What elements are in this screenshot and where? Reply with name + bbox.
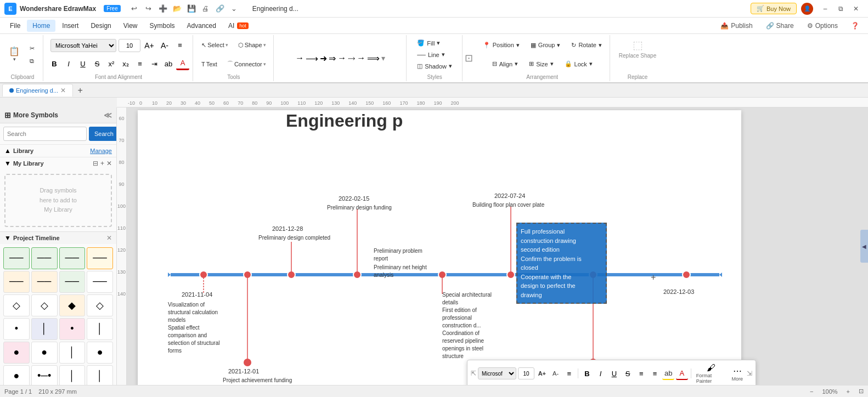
print-button[interactable]: 🖨 — [200, 3, 212, 15]
font-shrink-button[interactable]: A- — [158, 39, 171, 52]
symbol-item-14[interactable]: • — [59, 318, 86, 340]
tab-close-button[interactable]: ✕ — [60, 87, 66, 94]
float-underline-btn[interactable]: U — [608, 367, 621, 380]
select-dropdown[interactable]: ↖ Select ▾ — [198, 38, 232, 52]
underline-button[interactable]: U — [76, 57, 89, 70]
replace-shape-button[interactable]: ⬚ Replace Shape — [615, 36, 661, 61]
restore-button[interactable]: ⧉ — [833, 3, 848, 15]
selected-text-box[interactable]: Full professional construction drawing s… — [516, 223, 607, 304]
project-expand-icon[interactable]: ▼ — [4, 234, 11, 242]
position-button[interactable]: 📍 Position ▾ — [478, 40, 524, 50]
float-align-btn[interactable]: ≡ — [563, 367, 575, 380]
help-button[interactable]: ❓ — [847, 20, 864, 31]
arrow8[interactable]: ⟹ — [367, 53, 380, 64]
symbol-item-17[interactable]: ● — [31, 342, 58, 364]
align-btn[interactable]: ⊟ Align ▾ — [488, 59, 522, 69]
arrow3[interactable]: ➜ — [320, 53, 327, 64]
menu-insert[interactable]: Insert — [57, 20, 84, 32]
symbol-item-4[interactable]: ── — [3, 271, 30, 293]
zoom-in-button[interactable]: + — [844, 388, 852, 395]
cut-button[interactable]: ✂ — [24, 43, 40, 54]
symbol-item-19[interactable]: ● — [87, 342, 113, 364]
float-list-btn[interactable]: ≡ — [635, 367, 647, 380]
canvas-area[interactable]: Engineering p 2021-11-04 Visualization o… — [127, 107, 868, 385]
bold-button[interactable]: B — [48, 57, 61, 70]
styles-expand-icon[interactable]: ⊡ — [464, 35, 474, 81]
symbol-item-13[interactable]: │ — [31, 318, 58, 340]
lock-button[interactable]: 🔒 Lock ▾ — [560, 59, 597, 69]
menu-symbols[interactable]: Symbols — [144, 20, 181, 32]
arrow-more[interactable]: ▾ — [381, 54, 385, 63]
symbol-item-6[interactable]: ── — [59, 271, 86, 293]
symbol-item-16[interactable]: ● — [3, 342, 30, 364]
my-library-expand-icon[interactable]: ▼ — [4, 160, 11, 167]
symbol-item-3[interactable]: ── — [87, 247, 113, 269]
group-button[interactable]: ▦ Group ▾ — [526, 40, 565, 50]
menu-home[interactable]: Home — [27, 20, 55, 32]
float-bold-btn[interactable]: B — [581, 367, 593, 380]
menu-advanced[interactable]: Advanced — [182, 20, 222, 32]
indent-button[interactable]: ⇥ — [148, 57, 161, 70]
close-button[interactable]: ✕ — [848, 3, 864, 15]
open-button[interactable]: 📂 — [171, 3, 183, 15]
sidebar-collapse-button[interactable]: ≪ — [104, 111, 112, 120]
symbol-item-18[interactable]: │ — [59, 342, 86, 364]
subscript-button[interactable]: x₂ — [119, 57, 132, 70]
list-button[interactable]: ≡ — [133, 57, 146, 70]
arrow7[interactable]: → — [357, 53, 365, 63]
right-sidebar-button[interactable]: ◀ — [860, 230, 868, 263]
menu-ai[interactable]: AIhot — [223, 20, 254, 32]
symbol-item-23[interactable]: │ — [87, 365, 113, 385]
search-input[interactable] — [3, 127, 87, 141]
manage-button[interactable]: Manage — [90, 148, 112, 154]
arrow2[interactable]: ⟶ — [306, 53, 318, 64]
library-expand-icon[interactable]: ▲ — [4, 147, 11, 155]
arrow5[interactable]: → — [337, 53, 346, 63]
float-expand-icon[interactable]: ⇲ — [747, 370, 752, 377]
menu-view[interactable]: View — [118, 20, 143, 32]
options-button[interactable]: ⚙ Options — [803, 20, 842, 31]
float-format-painter-btn[interactable]: 🖌 Format Painter — [694, 362, 728, 385]
share-link-button[interactable]: 🔗 — [214, 3, 226, 15]
styles-expand-arrow[interactable]: ⊡ — [465, 52, 473, 64]
symbol-item-1[interactable]: ── — [31, 247, 58, 269]
float-font-select[interactable]: Microsof — [478, 367, 516, 379]
float-textcolor-btn[interactable]: A — [676, 367, 688, 380]
undo-button[interactable]: ↩ — [128, 3, 140, 15]
shadow-button[interactable]: ◫ Shadow ▾ — [413, 61, 456, 71]
dropdown-button[interactable]: ⌄ — [228, 3, 240, 15]
search-button[interactable]: Search — [89, 127, 117, 141]
float-more-btn[interactable]: ⋯ More — [730, 365, 746, 383]
float-collapse-icon[interactable]: ⇱ — [471, 370, 476, 377]
event-dot-2b[interactable] — [244, 359, 251, 366]
highlight-button[interactable]: ab — [162, 57, 175, 70]
symbol-item-7[interactable]: ── — [87, 271, 113, 293]
fill-button[interactable]: 🪣 Fill ▾ — [413, 38, 456, 48]
font-size-input[interactable] — [119, 39, 140, 52]
save-button[interactable]: 💾 — [185, 3, 198, 15]
symbol-item-0[interactable]: ── — [3, 247, 30, 269]
symbol-item-21[interactable]: •─• — [31, 365, 58, 385]
font-family-select[interactable]: Microsoft YaHei — [50, 39, 116, 52]
symbol-item-11[interactable]: ◇ — [87, 294, 113, 316]
font-grow-button[interactable]: A+ — [143, 39, 156, 52]
symbol-item-12[interactable]: • — [3, 318, 30, 340]
connector-dropdown[interactable]: ⌒ Connector ▾ — [223, 57, 270, 71]
symbol-item-22[interactable]: │ — [59, 365, 86, 385]
menu-design[interactable]: Design — [85, 20, 116, 32]
size-button[interactable]: ⊞ Size ▾ — [525, 59, 557, 69]
italic-button[interactable]: I — [62, 57, 75, 70]
align-button[interactable]: ≡ — [173, 39, 187, 52]
event-dot-7[interactable] — [683, 271, 690, 279]
minimize-button[interactable]: – — [818, 3, 833, 15]
line-button[interactable]: ── Line ▾ — [413, 49, 456, 60]
float-highlight-btn[interactable]: ab — [662, 367, 674, 380]
symbol-item-9[interactable]: ◇ — [31, 294, 58, 316]
superscript-button[interactable]: x² — [105, 57, 118, 70]
paste-button[interactable]: 📋 ▾ — [5, 38, 23, 71]
float-grow-btn[interactable]: A+ — [536, 367, 548, 380]
copy-button[interactable]: ⧉ — [24, 55, 40, 67]
float-font-size[interactable] — [518, 367, 534, 379]
redo-button[interactable]: ↪ — [143, 3, 155, 15]
arrow4[interactable]: ⇒ — [329, 53, 336, 64]
